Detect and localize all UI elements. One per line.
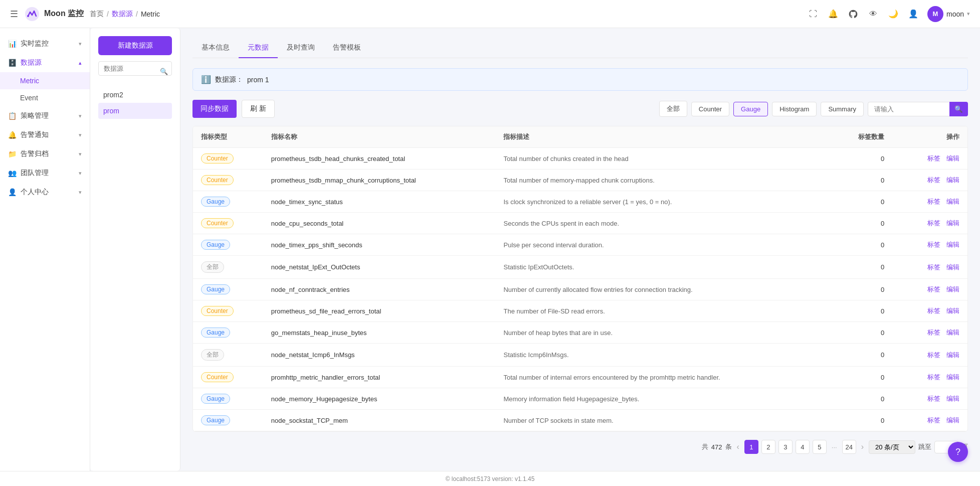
table-row: Counter promhttp_metric_handler_errors_t… <box>193 367 967 388</box>
edit-action[interactable]: 编辑 <box>946 198 959 205</box>
total-count: 472 <box>711 443 722 451</box>
edit-action[interactable]: 编辑 <box>946 373 959 381</box>
cell-count: 0 <box>832 191 892 213</box>
tab-query[interactable]: 及时查询 <box>278 38 324 58</box>
breadcrumb-sep2: / <box>136 10 138 18</box>
tag-action[interactable]: 标签 <box>927 373 940 381</box>
tag-action[interactable]: 标签 <box>927 351 940 359</box>
type-badge: Gauge <box>201 284 230 294</box>
page-1[interactable]: 1 <box>744 440 758 454</box>
bell-icon[interactable]: 🔔 <box>827 8 839 20</box>
navbar: ☰ Moon 监控 首页 / 数据源 / Metric ⛶ 🔔 👁 🌙 👤 <box>0 0 980 28</box>
page-next-icon[interactable]: › <box>859 442 866 451</box>
tag-action[interactable]: 标签 <box>927 241 940 248</box>
expand-icon[interactable]: ⛶ <box>807 8 819 20</box>
tag-action[interactable]: 标签 <box>927 285 940 293</box>
filter-gauge-button[interactable]: Gauge <box>733 102 768 116</box>
user-icon[interactable]: 👤 <box>907 8 919 20</box>
datasource-banner: ℹ️ 数据源： prom 1 <box>192 68 968 91</box>
alert-notify-icon: 🔔 <box>8 131 17 139</box>
search-button[interactable]: 🔍 <box>949 102 968 116</box>
col-count: 标签数量 <box>832 126 892 148</box>
alert-archive-icon: 📁 <box>8 150 17 158</box>
user-chevron-icon: ▾ <box>967 11 970 17</box>
edit-action[interactable]: 编辑 <box>946 154 959 162</box>
tag-action[interactable]: 标签 <box>927 198 940 205</box>
page-2[interactable]: 2 <box>761 440 775 454</box>
filter-all-button[interactable]: 全部 <box>659 101 687 117</box>
datasource-item-prom[interactable]: prom <box>98 103 172 119</box>
edit-action[interactable]: 编辑 <box>946 395 959 402</box>
table-row: Counter prometheus_tsdb_mmap_chunk_corru… <box>193 170 967 191</box>
tab-meta[interactable]: 元数据 <box>239 38 278 58</box>
github-icon[interactable] <box>847 8 859 20</box>
page-size-select[interactable]: 20 条/页 50 条/页 100 条/页 <box>869 440 915 454</box>
filter-histogram-button[interactable]: Histogram <box>772 102 817 116</box>
cell-name: node_sockstat_TCP_mem <box>263 410 496 431</box>
edit-action[interactable]: 编辑 <box>946 263 959 271</box>
sidebar-item-profile[interactable]: 👤 个人中心 ▾ <box>0 183 90 202</box>
tab-basic[interactable]: 基本信息 <box>192 38 239 58</box>
page-3[interactable]: 3 <box>778 440 793 454</box>
sidebar-label-alert-archive: 告警归档 <box>21 149 49 158</box>
cell-type: Counter <box>193 170 263 191</box>
breadcrumb-datasource[interactable]: 数据源 <box>112 10 133 19</box>
filter-summary-button[interactable]: Summary <box>821 102 864 116</box>
tag-action[interactable]: 标签 <box>927 154 940 162</box>
filter-counter-button[interactable]: Counter <box>691 102 729 116</box>
page-last[interactable]: 24 <box>842 440 856 454</box>
sidebar-item-realtime[interactable]: 📊 实时监控 ▾ <box>0 34 90 53</box>
sidebar-item-strategy[interactable]: 📋 策略管理 ▾ <box>0 106 90 125</box>
edit-action[interactable]: 编辑 <box>946 351 959 359</box>
tag-action[interactable]: 标签 <box>927 395 940 402</box>
tag-action[interactable]: 标签 <box>927 307 940 314</box>
sidebar-item-metric[interactable]: Metric <box>0 72 90 89</box>
table-row: Counter prometheus_sd_file_read_errors_t… <box>193 300 967 322</box>
new-datasource-button[interactable]: 新建数据源 <box>98 36 172 55</box>
user-info[interactable]: M moon ▾ <box>927 6 970 22</box>
refresh-button[interactable]: 刷 新 <box>242 100 275 118</box>
datasource-panel: 新建数据源 🔍 prom2 prom <box>90 28 180 471</box>
page-4[interactable]: 4 <box>796 440 810 454</box>
moon-icon[interactable]: 🌙 <box>887 8 899 20</box>
total-suffix: 条 <box>725 442 732 451</box>
datasource-submenu: Metric Event <box>0 72 90 106</box>
cell-actions: 标签 编辑 <box>892 322 967 344</box>
col-type: 指标类型 <box>193 126 263 148</box>
sidebar: 📊 实时监控 ▾ 🗄️ 数据源 ▴ Metric Event 📋 策略管理 ▾ … <box>0 28 90 486</box>
cell-desc: Statistic IpExtOutOctets. <box>495 256 831 279</box>
sidebar-item-alert-archive[interactable]: 📁 告警归档 ▾ <box>0 144 90 164</box>
sidebar-item-event[interactable]: Event <box>0 89 90 106</box>
avatar: M <box>927 6 943 22</box>
tab-alert[interactable]: 告警模板 <box>324 38 370 58</box>
sidebar-item-team[interactable]: 👥 团队管理 ▾ <box>0 164 90 183</box>
tag-action[interactable]: 标签 <box>927 416 940 424</box>
help-button[interactable]: ? <box>948 442 968 462</box>
edit-action[interactable]: 编辑 <box>946 285 959 293</box>
page-prev-icon[interactable]: ‹ <box>735 442 741 451</box>
edit-action[interactable]: 编辑 <box>946 307 959 314</box>
sidebar-item-datasource[interactable]: 🗄️ 数据源 ▴ <box>0 53 90 72</box>
banner-label: 数据源： <box>215 75 243 84</box>
sidebar-label-alert-notify: 告警通知 <box>21 130 49 139</box>
edit-action[interactable]: 编辑 <box>946 219 959 227</box>
edit-action[interactable]: 编辑 <box>946 329 959 336</box>
cell-desc: Number of currently allocated flow entri… <box>495 279 831 300</box>
tag-action[interactable]: 标签 <box>927 263 940 271</box>
hamburger-icon[interactable]: ☰ <box>10 9 18 20</box>
sidebar-label-profile: 个人中心 <box>21 188 49 197</box>
datasource-item-prom2[interactable]: prom2 <box>98 87 172 103</box>
sidebar-item-alert-notify[interactable]: 🔔 告警通知 ▾ <box>0 125 90 144</box>
tag-action[interactable]: 标签 <box>927 219 940 227</box>
cell-desc: Number of TCP sockets in state mem. <box>495 410 831 431</box>
tag-action[interactable]: 标签 <box>927 176 940 184</box>
breadcrumb-home[interactable]: 首页 <box>90 10 104 19</box>
eye-icon[interactable]: 👁 <box>867 8 879 20</box>
page-5[interactable]: 5 <box>813 440 827 454</box>
edit-action[interactable]: 编辑 <box>946 176 959 184</box>
tag-action[interactable]: 标签 <box>927 329 940 336</box>
sync-button[interactable]: 同步数据 <box>192 100 237 118</box>
edit-action[interactable]: 编辑 <box>946 416 959 424</box>
edit-action[interactable]: 编辑 <box>946 241 959 248</box>
cell-actions: 标签 编辑 <box>892 234 967 256</box>
